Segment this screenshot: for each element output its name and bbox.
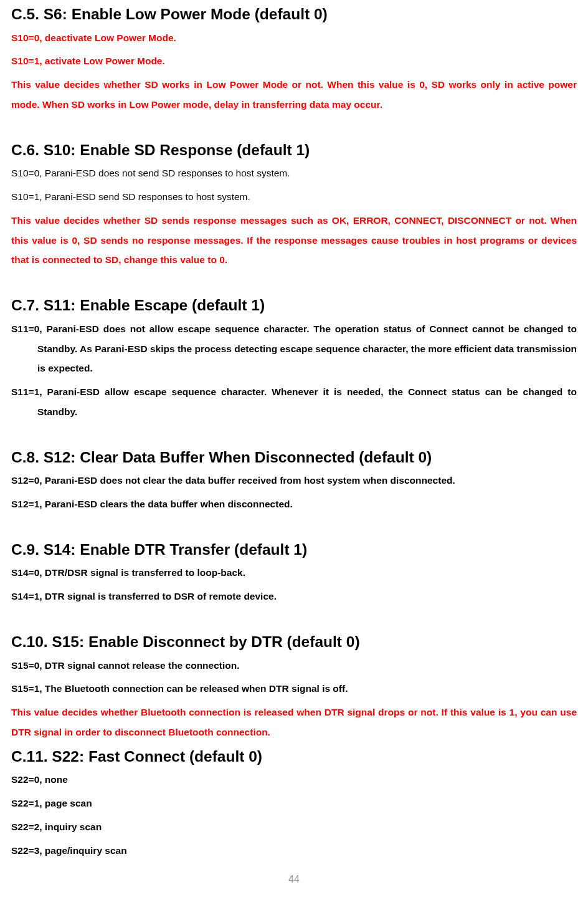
- c11-line2: S22=1, page scan: [11, 793, 577, 813]
- section-heading-c11: C.11. S22: Fast Connect (default 0): [11, 747, 577, 767]
- c9-line2: S14=1, DTR signal is transferred to DSR …: [11, 587, 577, 606]
- c7-line2: S11=1, Parani-ESD allow escape sequence …: [11, 382, 577, 422]
- section-heading-c8: C.8. S12: Clear Data Buffer When Disconn…: [11, 448, 577, 467]
- c7-line1: S11=0, Parani-ESD does not allow escape …: [11, 319, 577, 378]
- section-heading-c6: C.6. S10: Enable SD Response (default 1): [11, 141, 577, 160]
- c9-line1: S14=0, DTR/DSR signal is transferred to …: [11, 563, 577, 583]
- c11-line1: S22=0, none: [11, 770, 577, 790]
- section-heading-c5: C.5. S6: Enable Low Power Mode (default …: [11, 5, 577, 24]
- c6-line1: S10=0, Parani-ESD does not send SD respo…: [11, 163, 577, 183]
- c5-para: This value decides whether SD works in L…: [11, 75, 577, 115]
- c8-line2: S12=1, Parani-ESD clears the data buffer…: [11, 494, 577, 514]
- c11-line3: S22=2, inquiry scan: [11, 817, 577, 837]
- c6-line2: S10=1, Parani-ESD send SD responses to h…: [11, 187, 577, 207]
- c8-line1: S12=0, Parani-ESD does not clear the dat…: [11, 471, 577, 491]
- c5-line1: S10=0, deactivate Low Power Mode.: [11, 28, 577, 48]
- c6-para: This value decides whether SD sends resp…: [11, 211, 577, 270]
- c11-line4: S22=3, page/inquiry scan: [11, 841, 577, 861]
- section-heading-c9: C.9. S14: Enable DTR Transfer (default 1…: [11, 540, 577, 560]
- c5-line2: S10=1, activate Low Power Mode.: [11, 51, 577, 71]
- c10-line2: S15=1, The Bluetooth connection can be r…: [11, 679, 577, 699]
- section-heading-c7: C.7. S11: Enable Escape (default 1): [11, 296, 577, 315]
- section-heading-c10: C.10. S15: Enable Disconnect by DTR (def…: [11, 633, 577, 652]
- c10-line1: S15=0, DTR signal cannot release the con…: [11, 656, 577, 676]
- page-number: 44: [11, 874, 577, 885]
- c10-para: This value decides whether Bluetooth con…: [11, 702, 577, 742]
